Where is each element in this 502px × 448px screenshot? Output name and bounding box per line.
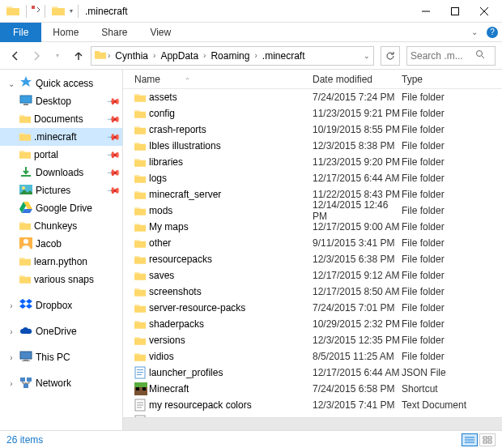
back-button[interactable]	[6, 47, 24, 65]
sidebar-root-this-pc[interactable]: ›This PC	[0, 348, 122, 366]
file-date: 7/24/2015 6:58 PM	[313, 383, 402, 395]
file-row[interactable]: libraries11/23/2015 9:20 PMFile folder	[123, 154, 502, 170]
file-row[interactable]: Ibles illustrations12/3/2015 8:38 PMFile…	[123, 138, 502, 154]
breadcrumb-cynthia[interactable]: Cynthia	[112, 49, 151, 63]
address-folder-icon	[95, 49, 106, 62]
file-type: File folder	[402, 124, 502, 135]
file-type: File folder	[402, 92, 502, 103]
item-count: 26 items	[6, 434, 43, 446]
recent-locations-button[interactable]: ▾	[49, 47, 66, 65]
file-row[interactable]: mods12/14/2015 12:46 PMFile folder	[123, 203, 502, 219]
folder-icon	[19, 256, 31, 268]
svg-rect-15	[23, 360, 28, 361]
breadcrumb-roaming[interactable]: Roaming	[207, 49, 253, 63]
file-row[interactable]: screenshots12/17/2015 8:50 AMFile folder	[123, 284, 502, 300]
address-dropdown-icon[interactable]: ⌄	[364, 52, 370, 60]
dropbox-icon	[19, 299, 32, 313]
sidebar-item-various-snaps[interactable]: various snaps	[0, 271, 122, 288]
breadcrumb-separator[interactable]: ›	[108, 51, 110, 60]
sidebar-item-google-drive[interactable]: Google Drive	[0, 199, 122, 217]
svg-line-6	[482, 56, 484, 58]
titlebar-dropdown-icon[interactable]: ▾	[70, 7, 73, 15]
horizontal-scrollbar[interactable]	[123, 417, 502, 430]
file-row[interactable]: saves12/17/2015 9:12 AMFile folder	[123, 267, 502, 284]
share-tab[interactable]: Share	[90, 23, 138, 41]
home-tab[interactable]: Home	[41, 23, 90, 41]
file-row[interactable]: my resourcepack colors12/3/2015 7:41 PMT…	[123, 397, 502, 413]
file-date: 12/17/2015 6:44 AM	[313, 367, 402, 378]
sidebar-item-pictures[interactable]: Pictures📌	[0, 181, 122, 199]
file-row[interactable]: logs12/17/2015 6:44 AMFile folder	[123, 170, 502, 186]
file-row[interactable]: server-resource-packs7/24/2015 7:01 PMFi…	[123, 300, 502, 316]
breadcrumb-separator[interactable]: ›	[254, 51, 257, 60]
file-row[interactable]: shaderpacks10/29/2015 2:32 PMFile folder	[123, 316, 502, 332]
ribbon-expand-icon[interactable]: ⌄	[471, 28, 478, 36]
refresh-button[interactable]	[381, 46, 400, 66]
sidebar-root-network[interactable]: ›Network	[0, 374, 122, 392]
sidebar-quick-access[interactable]: ⌄Quick access	[0, 75, 122, 92]
file-type: File folder	[402, 254, 502, 265]
file-date: 8/5/2015 11:25 AM	[313, 351, 402, 362]
sidebar-item-label: Quick access	[36, 78, 119, 89]
maximize-button[interactable]	[440, 0, 470, 23]
close-button[interactable]	[470, 0, 499, 23]
star-icon	[19, 76, 32, 92]
sidebar-item-downloads[interactable]: Downloads📌	[0, 164, 122, 181]
file-row[interactable]: config11/23/2015 9:21 PMFile folder	[123, 105, 502, 122]
file-tab[interactable]: File	[0, 23, 41, 42]
search-input[interactable]	[411, 50, 475, 62]
sidebar-root-dropbox[interactable]: ›Dropbox	[0, 297, 122, 314]
sidebar-item-documents[interactable]: Documents📌	[0, 110, 122, 128]
sidebar-item-portal[interactable]: portal📌	[0, 146, 122, 164]
navigation-bar: ▾ › Cynthia › AppData › Roaming › .minec…	[0, 42, 502, 70]
file-row[interactable]: Minecraft7/24/2015 6:58 PMShortcut	[123, 381, 502, 397]
details-view-button[interactable]	[462, 433, 478, 446]
file-date: 12/3/2015 8:38 PM	[313, 140, 402, 151]
help-button[interactable]: ?	[483, 26, 502, 38]
file-list[interactable]: assets7/24/2015 7:24 PMFile folderconfig…	[123, 89, 502, 417]
file-date: 12/17/2015 8:50 AM	[313, 286, 402, 297]
sidebar-item-label: OneDrive	[36, 326, 119, 337]
column-header-date[interactable]: Date modified	[313, 74, 402, 85]
file-type: File folder	[402, 270, 502, 281]
file-row[interactable]: My maps12/17/2015 9:00 AMFile folder	[123, 219, 502, 235]
breadcrumb-separator[interactable]: ›	[203, 51, 206, 60]
file-name: my resourcepack colors	[149, 399, 313, 411]
breadcrumb-minecraft[interactable]: .minecraft	[259, 49, 308, 63]
sidebar-item-desktop[interactable]: Desktop📌	[0, 92, 122, 110]
svg-rect-41	[483, 441, 487, 443]
sidebar-item--minecraft[interactable]: .minecraft📌	[0, 128, 122, 146]
column-header-type[interactable]: Type	[402, 74, 502, 85]
folder-icon	[19, 220, 31, 233]
file-row[interactable]: resourcepacks12/3/2015 6:38 PMFile folde…	[123, 251, 502, 267]
sidebar-item-chunkeys[interactable]: Chunkeys	[0, 217, 122, 235]
file-date: 7/24/2015 7:24 PM	[313, 92, 402, 103]
up-button[interactable]	[70, 47, 87, 65]
thispc-icon	[19, 351, 32, 365]
search-box[interactable]	[406, 46, 496, 66]
file-row[interactable]: crash-reports10/19/2015 8:55 PMFile fold…	[123, 122, 502, 138]
downloads-icon	[19, 166, 32, 180]
view-tab[interactable]: View	[138, 23, 182, 41]
file-row[interactable]: other9/11/2015 3:41 PMFile folder	[123, 235, 502, 251]
column-header-name[interactable]: Name⌃	[134, 74, 313, 85]
file-name: saves	[149, 270, 313, 281]
file-row[interactable]: vidios8/5/2015 11:25 AMFile folder	[123, 348, 502, 365]
file-row[interactable]: versions12/3/2015 12:35 PMFile folder	[123, 332, 502, 348]
column-headers: Name⌃ Date modified Type	[123, 70, 502, 89]
file-date: 11/23/2015 9:21 PM	[313, 108, 402, 119]
sidebar-root-onedrive[interactable]: ›OneDrive	[0, 322, 122, 340]
sidebar-item-jacob[interactable]: Jacob	[0, 235, 122, 253]
quick-access-customize-icon[interactable]	[30, 4, 41, 18]
breadcrumb-appdata[interactable]: AppData	[157, 49, 202, 63]
large-icons-view-button[interactable]	[479, 433, 496, 446]
sidebar-item-learn-python[interactable]: learn.python	[0, 253, 122, 271]
file-row[interactable]: launcher_profiles12/17/2015 6:44 AMJSON …	[123, 365, 502, 381]
file-type: JSON File	[402, 367, 502, 378]
file-row[interactable]: assets7/24/2015 7:24 PMFile folder	[123, 89, 502, 105]
minimize-button[interactable]	[411, 0, 440, 23]
forward-button[interactable]	[28, 47, 45, 65]
address-bar[interactable]: › Cynthia › AppData › Roaming › .minecra…	[91, 46, 374, 66]
svg-rect-25	[134, 382, 147, 387]
breadcrumb-separator[interactable]: ›	[153, 51, 155, 60]
